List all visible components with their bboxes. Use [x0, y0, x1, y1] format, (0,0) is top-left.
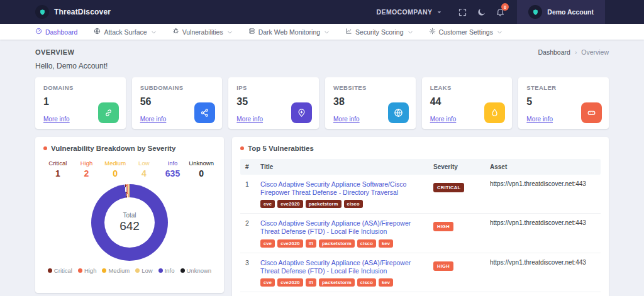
stat-card-ips: IPS35More info — [228, 77, 319, 129]
severity-count-unknown: Unknown0 — [187, 160, 216, 178]
more-info-link[interactable]: More info — [43, 116, 70, 123]
severity-label: Low — [130, 160, 158, 167]
more-info-link[interactable]: More info — [236, 116, 263, 123]
user-menu[interactable]: Demo Account — [517, 0, 605, 24]
severity-badge: HIGH — [433, 222, 453, 231]
legend-label: Unknown — [187, 267, 212, 274]
chevron-down-icon — [323, 29, 329, 35]
severity-donut-chart: Total 642 — [91, 184, 168, 261]
breadcrumb-current: Overview — [581, 48, 609, 56]
vulnerability-title-link[interactable]: Cisco Adaptive Security Appliance Softwa… — [260, 180, 427, 197]
gear-icon — [429, 28, 436, 36]
company-selector[interactable]: DEMOCOMPANY — [377, 8, 443, 16]
nav-item-dashboard[interactable]: Dashboard — [35, 28, 77, 36]
bullet-dot-icon — [240, 146, 244, 150]
tag-badge: cve — [260, 239, 275, 248]
table-header-row: #TitleSeverityAsset — [240, 159, 601, 175]
severity-count-value: 0 — [101, 168, 130, 178]
tag-badge: packetstorm — [306, 200, 341, 208]
more-info-link[interactable]: More info — [140, 116, 167, 123]
mask-icon[interactable] — [581, 102, 602, 123]
chart-line-icon — [345, 28, 352, 36]
tag-badge: lfi — [306, 239, 316, 248]
row-number: 1 — [245, 180, 260, 208]
notifications-button[interactable]: 0 — [491, 3, 509, 21]
stat-card-domains: DOMAINS1More info — [35, 77, 126, 129]
globe-icon[interactable] — [388, 102, 409, 123]
severity-label: Critical — [43, 160, 72, 167]
tag-row: cvecve2020packetstormcisco — [260, 200, 427, 208]
legend-label: Critical — [54, 267, 72, 274]
more-info-link[interactable]: More info — [333, 116, 360, 123]
severity-badge: HIGH — [433, 261, 453, 271]
tag-badge: cve2020 — [277, 239, 303, 248]
chevron-down-icon — [226, 29, 232, 35]
severity-counts-row: Critical1High2Medium0Low4Info635Unknown0 — [43, 160, 216, 178]
severity-count-info: Info635 — [158, 160, 187, 178]
tag-badge: cisco — [357, 239, 376, 248]
brand[interactable]: ThreatDiscover — [35, 5, 111, 19]
tag-badge: lfi — [306, 278, 316, 287]
severity-label: Info — [158, 160, 187, 167]
legend-label: High — [84, 267, 97, 274]
chevron-down-icon — [407, 29, 413, 35]
asset-cell: https://vpn1.threatdiscover.net:443 — [490, 219, 596, 247]
nav-item-customer-settings[interactable]: Customer Settings — [429, 28, 502, 36]
legend-item-medium[interactable]: Medium — [102, 267, 130, 274]
droplet-icon[interactable] — [484, 102, 505, 123]
nav-item-dark-web-monitoring[interactable]: Dark Web Monitoring — [248, 28, 329, 36]
nav-item-attack-surface[interactable]: Attack Surface — [94, 28, 155, 36]
topbar: ThreatDiscover DEMOCOMPANY 0 Demo Accoun… — [0, 0, 644, 24]
tag-badge: cve2020 — [277, 278, 303, 287]
link-icon[interactable] — [98, 102, 119, 123]
table-row: 2Cisco Adaptive Security Appliance (ASA)… — [240, 214, 601, 253]
severity-label: Medium — [101, 160, 130, 167]
row-title-cell: Cisco Adaptive Security Appliance (ASA)/… — [260, 259, 433, 287]
nav-item-security-scoring[interactable]: Security Scoring — [345, 28, 412, 36]
tag-badge: cisco — [344, 200, 363, 208]
severity-cell: HIGH — [433, 219, 490, 247]
tag-badge: kev — [379, 278, 393, 287]
donut-center: Total 642 — [104, 197, 155, 248]
breadcrumb-separator-icon: › — [575, 49, 577, 56]
legend-item-high[interactable]: High — [78, 267, 97, 274]
sitemap-icon[interactable] — [194, 102, 215, 123]
chevron-down-icon — [496, 29, 502, 35]
vulnerability-title-link[interactable]: Cisco Adaptive Security Appliance (ASA)/… — [260, 259, 427, 275]
notification-badge: 0 — [501, 3, 509, 11]
donut-wrap: Total 642 — [43, 184, 216, 261]
row-number: 2 — [245, 219, 260, 247]
tag-badge: cve — [260, 278, 275, 287]
nav-item-label: Customer Settings — [439, 28, 493, 36]
legend-item-critical[interactable]: Critical — [48, 267, 72, 274]
breadcrumb-dashboard[interactable]: Dashboard — [538, 48, 570, 56]
nav-item-vulnerabilities[interactable]: Vulnerabilities — [172, 28, 232, 36]
stat-label: IPS — [236, 84, 311, 91]
severity-card-title-text: Vulnerability Breakdown by Severity — [51, 145, 175, 152]
legend-item-info[interactable]: Info — [158, 267, 175, 274]
legend-item-unknown[interactable]: Unknown — [180, 267, 212, 274]
vulnerability-title-link[interactable]: Cisco Adaptive Security Appliance (ASA)/… — [260, 219, 427, 236]
stat-label: DOMAINS — [43, 84, 118, 91]
severity-count-value: 1 — [43, 168, 72, 178]
severity-count-low: Low4 — [130, 160, 158, 178]
fullscreen-button[interactable] — [453, 3, 472, 21]
speedometer-icon — [35, 28, 42, 36]
severity-label: Unknown — [187, 160, 216, 167]
severity-count-value: 0 — [187, 168, 216, 178]
bug-icon — [172, 28, 179, 36]
more-info-link[interactable]: More info — [430, 116, 457, 123]
panels: Vulnerability Breakdown by Severity Crit… — [35, 137, 609, 296]
legend-dot-icon — [48, 268, 52, 273]
nav-item-label: Security Scoring — [355, 28, 403, 36]
table-header-title: Title — [260, 163, 433, 170]
dark-mode-button[interactable] — [472, 3, 491, 21]
moon-icon — [477, 8, 486, 17]
map-pin-icon[interactable] — [291, 102, 312, 123]
nav-item-label: Vulnerabilities — [182, 28, 223, 36]
legend-item-low[interactable]: Low — [135, 267, 152, 274]
legend-dot-icon — [158, 268, 163, 273]
main-nav: DashboardAttack SurfaceVulnerabilitiesDa… — [0, 24, 644, 40]
page-head: OVERVIEW Dashboard › Overview — [35, 48, 609, 56]
more-info-link[interactable]: More info — [526, 116, 553, 123]
